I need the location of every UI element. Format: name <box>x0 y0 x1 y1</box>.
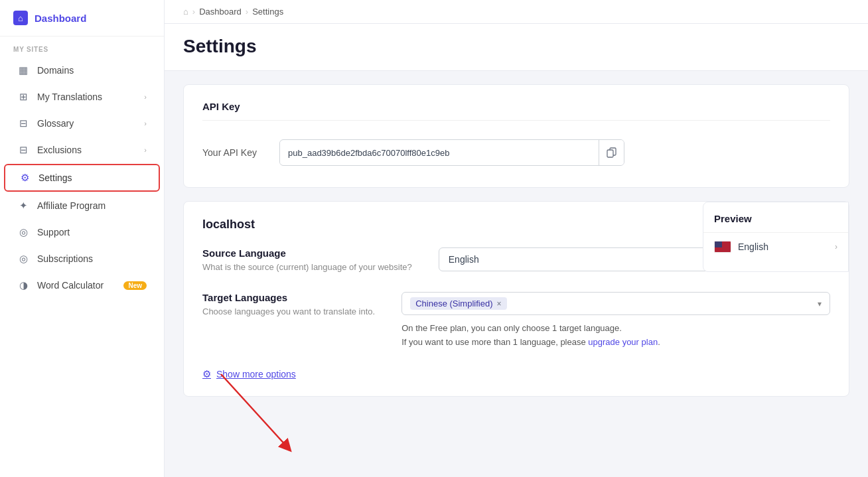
target-language-title: Target Languages <box>202 292 375 303</box>
info-line1: On the Free plan, you can only choose 1 … <box>401 323 622 333</box>
settings-section: localhost Source Language What is the so… <box>183 201 849 397</box>
upgrade-plan-link[interactable]: upgrade your plan <box>588 337 658 347</box>
target-languages-row: Target Languages Choose languages you wa… <box>202 292 830 350</box>
target-language-dropdown[interactable]: Chinese (Simplified) × ▾ <box>401 292 830 315</box>
info-end: . <box>658 337 660 347</box>
affiliate-icon: ✦ <box>17 200 29 212</box>
target-language-label-col: Target Languages Choose languages you wa… <box>202 292 375 350</box>
sidebar-item-label: Exclusions <box>37 145 82 155</box>
remove-language-tag-button[interactable]: × <box>497 299 502 308</box>
sidebar-item-label: Glossary <box>37 118 74 129</box>
sidebar-section-label: MY SITES <box>0 36 164 57</box>
flag-icon-us <box>714 241 731 253</box>
page-header: Settings <box>165 24 868 71</box>
translations-icon: ⊞ <box>17 91 29 103</box>
page-title: Settings <box>183 36 849 57</box>
glossary-icon: ⊟ <box>17 117 29 129</box>
api-key-input[interactable] <box>280 142 599 164</box>
settings-icon: ⚙ <box>19 172 31 184</box>
sidebar-item-label: Domains <box>37 65 74 76</box>
sidebar-item-label: Support <box>37 227 70 238</box>
sidebar-item-support[interactable]: ◎ Support <box>4 220 160 245</box>
preview-chevron-icon: › <box>835 242 837 251</box>
api-key-row: Your API Key <box>202 134 830 171</box>
chevron-icon: › <box>144 119 147 127</box>
chevron-icon: › <box>144 146 147 154</box>
sidebar-item-label: Subscriptions <box>37 253 93 264</box>
copy-api-key-button[interactable] <box>599 140 624 165</box>
preview-lang-name: English <box>738 241 828 252</box>
info-line2: If you want to use more than 1 language,… <box>401 337 588 347</box>
preview-title: Preview <box>703 213 848 233</box>
sidebar-item-label: My Translations <box>37 92 102 102</box>
show-more-options[interactable]: ⚙ Show more options <box>202 368 830 380</box>
home-icon: ⌂ <box>183 7 188 17</box>
gear-icon: ⚙ <box>202 368 211 380</box>
source-language-desc: What is the source (current) language of… <box>202 261 412 273</box>
chevron-icon: › <box>144 93 147 101</box>
breadcrumb-settings: Settings <box>252 7 283 17</box>
sidebar-item-exclusions[interactable]: ⊟ Exclusions › <box>4 137 160 163</box>
breadcrumb: ⌂ › Dashboard › Settings <box>165 0 868 24</box>
sidebar-item-affiliate[interactable]: ✦ Affiliate Program <box>4 193 160 218</box>
language-tag: Chinese (Simplified) × <box>410 297 506 310</box>
sidebar-item-label: Settings <box>38 172 72 183</box>
word-calculator-icon: ◑ <box>17 279 29 291</box>
svg-rect-1 <box>607 150 613 157</box>
api-key-input-wrap <box>279 139 624 166</box>
svg-line-2 <box>221 374 287 447</box>
language-tag-label: Chinese (Simplified) <box>415 299 492 308</box>
sidebar-item-glossary[interactable]: ⊟ Glossary › <box>4 111 160 136</box>
sidebar-item-label: Affiliate Program <box>37 200 106 211</box>
api-key-title: API Key <box>202 101 830 121</box>
source-language-label-col: Source Language What is the source (curr… <box>202 247 412 273</box>
sidebar-item-word-calculator[interactable]: ◑ Word Calculator New <box>4 273 160 298</box>
target-language-control: Chinese (Simplified) × ▾ On the Free pla… <box>401 292 830 350</box>
copy-icon <box>607 147 617 158</box>
domains-icon: ▦ <box>17 64 29 76</box>
sidebar: ⌂ Dashboard MY SITES ▦ Domains ⊞ My Tran… <box>0 0 165 477</box>
main-content: ⌂ › Dashboard › Settings Settings API Ke… <box>165 0 868 477</box>
sidebar-item-settings[interactable]: ⚙ Settings <box>4 164 160 192</box>
content-area: API Key Your API Key <box>165 71 868 410</box>
exclusions-icon: ⊟ <box>17 144 29 156</box>
sidebar-logo-label: Dashboard <box>35 13 86 24</box>
dashboard-icon: ⌂ <box>13 11 28 25</box>
target-language-info: On the Free plan, you can only choose 1 … <box>401 322 830 350</box>
sidebar-logo[interactable]: ⌂ Dashboard <box>0 0 164 36</box>
source-language-selected: English <box>449 254 479 265</box>
support-icon: ◎ <box>17 226 29 238</box>
sidebar-item-label: Word Calculator <box>37 280 104 291</box>
breadcrumb-dashboard[interactable]: Dashboard <box>199 7 242 17</box>
show-more-label: Show more options <box>216 369 296 379</box>
sidebar-item-my-translations[interactable]: ⊞ My Translations › <box>4 84 160 109</box>
api-key-card: API Key Your API Key <box>183 84 849 188</box>
target-language-desc: Choose languages you want to translate i… <box>202 306 375 318</box>
sidebar-item-subscriptions[interactable]: ◎ Subscriptions <box>4 246 160 271</box>
preview-panel: Preview English › <box>703 202 849 272</box>
chevron-down-icon: ▾ <box>818 299 822 308</box>
preview-language-item[interactable]: English › <box>703 233 848 261</box>
source-language-title: Source Language <box>202 247 412 259</box>
new-badge: New <box>123 281 147 290</box>
subscriptions-icon: ◎ <box>17 253 29 265</box>
sidebar-item-domains[interactable]: ▦ Domains <box>4 58 160 83</box>
api-key-label: Your API Key <box>202 147 269 158</box>
